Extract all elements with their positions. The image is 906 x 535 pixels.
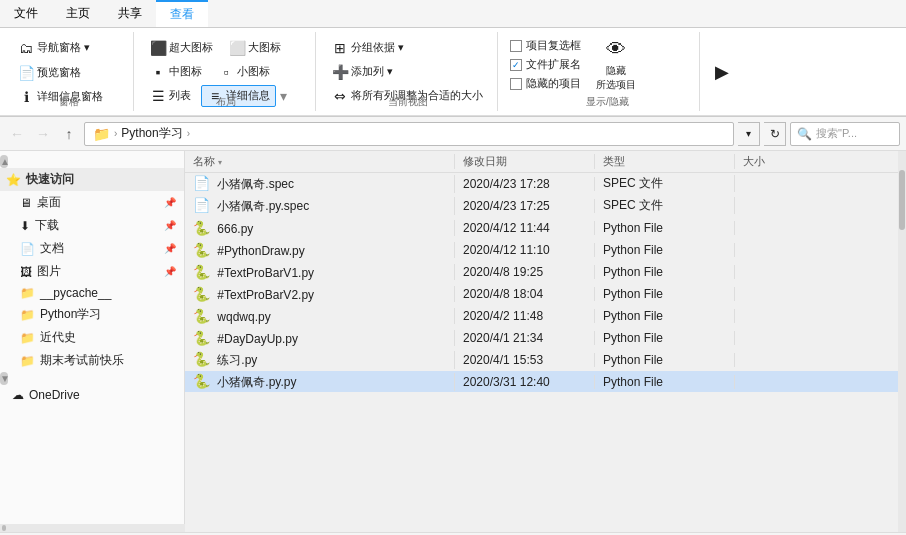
extra-large-icon: ⬛	[150, 40, 166, 56]
file-row-7[interactable]: 🐍 wqdwq.py 2020/4/2 11:48 Python File	[185, 305, 898, 327]
nav-pane-btn[interactable]: 🗂 导航窗格 ▾	[12, 36, 96, 60]
medium-btn[interactable]: ▪ 中图标	[144, 61, 208, 83]
col-size[interactable]: 大小	[735, 154, 815, 169]
file-date-7: 2020/4/2 11:48	[455, 309, 595, 323]
sidebar-item-pycache[interactable]: 📁 __pycache__	[0, 283, 184, 303]
up-btn[interactable]: ↑	[58, 123, 80, 145]
file-name-text-2: 小猪佩奇.py.spec	[217, 199, 309, 213]
onedrive-icon: ☁	[12, 388, 24, 402]
extra-content: ▶	[710, 32, 734, 111]
file-date-6: 2020/4/8 18:04	[455, 287, 595, 301]
extra-large-btn[interactable]: ⬛ 超大图标	[144, 37, 219, 59]
file-name-text-6: #TextProBarV2.py	[217, 288, 314, 302]
col-name-sort: ▾	[218, 158, 222, 167]
item-chk-label: 项目复选框	[526, 38, 581, 53]
file-row-8[interactable]: 🐍 #DayDayUp.py 2020/4/1 21:34 Python Fil…	[185, 327, 898, 349]
file-row-3[interactable]: 🐍 666.py 2020/4/12 11:44 Python File	[185, 217, 898, 239]
file-row-6[interactable]: 🐍 #TextProBarV2.py 2020/4/8 18:04 Python…	[185, 283, 898, 305]
filelist-scrollbar[interactable]	[898, 151, 906, 532]
tab-file[interactable]: 文件	[0, 0, 52, 27]
sidebar-scroll-container: ▲ ⭐ 快速访问 🖥 桌面 📌 ⬇ 下载 📌 📄 文档	[0, 151, 185, 524]
sidebar-scroll-up[interactable]: ▲	[0, 155, 8, 168]
forward-btn[interactable]: →	[32, 123, 54, 145]
file-icon-2: 📄	[193, 197, 210, 213]
sidebar-item-documents[interactable]: 📄 文档 📌	[0, 237, 184, 260]
onedrive-label: OneDrive	[29, 388, 80, 402]
file-name-9: 🐍 练习.py	[185, 351, 455, 369]
file-row-2[interactable]: 📄 小猪佩奇.py.spec 2020/4/23 17:25 SPEC 文件	[185, 195, 898, 217]
large-btn[interactable]: ⬜ 大图标	[223, 37, 287, 59]
sidebar-item-desktop[interactable]: 🖥 桌面 📌	[0, 191, 184, 214]
file-type-9: Python File	[595, 353, 735, 367]
col-type[interactable]: 类型	[595, 154, 735, 169]
tab-home[interactable]: 主页	[52, 0, 104, 27]
item-chk-box[interactable]	[510, 40, 522, 52]
file-name-3: 🐍 666.py	[185, 220, 455, 236]
sidebar-item-pictures[interactable]: 🖼 图片 📌	[0, 260, 184, 283]
file-icon-8: 🐍	[193, 330, 210, 346]
file-name-text-4: #PythonDraw.py	[217, 244, 304, 258]
small-btn[interactable]: ▫ 小图标	[212, 61, 276, 83]
sort-by-btn[interactable]: ⊞ 分组依据 ▾	[326, 37, 410, 59]
search-box[interactable]: 🔍 搜索"P...	[790, 122, 900, 146]
main-area: ▲ ⭐ 快速访问 🖥 桌面 📌 ⬇ 下载 📌 📄 文档	[0, 151, 906, 532]
sidebar-item-python-study[interactable]: 📁 Python学习	[0, 303, 184, 326]
sidebar-item-onedrive[interactable]: ☁ OneDrive	[0, 385, 184, 405]
col-date-label: 修改日期	[463, 155, 507, 167]
hide-selected-btn[interactable]: 👁 隐藏所选项目	[591, 35, 641, 95]
file-row-10[interactable]: 🐍 小猪佩奇.py.py 2020/3/31 12:40 Python File	[185, 371, 898, 393]
file-row-9[interactable]: 🐍 练习.py 2020/4/1 15:53 Python File	[185, 349, 898, 371]
sidebar-item-downloads[interactable]: ⬇ 下载 📌	[0, 214, 184, 237]
hide-selected-label: 隐藏所选项目	[596, 64, 636, 92]
sidebar-hscrollbar[interactable]	[0, 524, 185, 532]
col-date[interactable]: 修改日期	[455, 154, 595, 169]
file-type-4: Python File	[595, 243, 735, 257]
sidebar-scroll-down[interactable]: ▼	[0, 372, 8, 385]
checkboxes-container: 项目复选框 ✓ 文件扩展名 隐藏的项目	[508, 32, 583, 97]
file-row-5[interactable]: 🐍 #TextProBarV1.py 2020/4/8 19:25 Python…	[185, 261, 898, 283]
group-current-view: ⊞ 分组依据 ▾ ➕ 添加列 ▾ ⇔ 将所有列调整为合适的大小 当前视图	[318, 32, 498, 111]
sidebar: ▲ ⭐ 快速访问 🖥 桌面 📌 ⬇ 下载 📌 📄 文档	[0, 151, 185, 524]
nav-refresh-btn[interactable]: ↻	[764, 122, 786, 146]
file-icon-6: 🐍	[193, 286, 210, 302]
col-name-label: 名称	[193, 155, 215, 167]
file-icon-5: 🐍	[193, 264, 210, 280]
nav-pane-icon: 🗂	[18, 40, 34, 56]
nav-path[interactable]: 📁 › Python学习 ›	[84, 122, 734, 146]
back-btn[interactable]: ←	[6, 123, 28, 145]
nav-path-dropdown[interactable]: ▾	[738, 122, 760, 146]
sidebar-item-quick-access[interactable]: ⭐ 快速访问	[0, 168, 184, 191]
file-row-4[interactable]: 🐍 #PythonDraw.py 2020/4/12 11:10 Python …	[185, 239, 898, 261]
file-type-2: SPEC 文件	[595, 197, 735, 214]
col-name[interactable]: 名称 ▾	[185, 154, 455, 169]
sidebar-item-recent-history[interactable]: 📁 近代史	[0, 326, 184, 349]
ext-chk-row[interactable]: ✓ 文件扩展名	[508, 56, 583, 73]
nav-bar: ← → ↑ 📁 › Python学习 › ▾ ↻ 🔍 搜索"P...	[0, 117, 906, 151]
ext-chk-label: 文件扩展名	[526, 57, 581, 72]
file-name-text-3: 666.py	[217, 222, 253, 236]
desktop-label: 桌面	[37, 194, 61, 211]
sidebar-item-exam-folder[interactable]: 📁 期末考试前快乐	[0, 349, 184, 372]
large-label: 大图标	[248, 40, 281, 55]
extra-nav-btn[interactable]: ▶	[710, 56, 734, 88]
tab-share[interactable]: 共享	[104, 0, 156, 27]
sort-by-icon: ⊞	[332, 40, 348, 56]
tab-view[interactable]: 查看	[156, 0, 208, 27]
exam-folder-label: 期末考试前快乐	[40, 352, 124, 369]
downloads-icon: ⬇	[20, 219, 30, 233]
file-date-2: 2020/4/23 17:25	[455, 199, 595, 213]
file-row-1[interactable]: 📄 小猪佩奇.spec 2020/4/23 17:28 SPEC 文件	[185, 173, 898, 195]
hidden-chk-row[interactable]: 隐藏的项目	[508, 75, 583, 92]
ext-chk-box[interactable]: ✓	[510, 59, 522, 71]
file-date-3: 2020/4/12 11:44	[455, 221, 595, 235]
nav-pane-label: 导航窗格 ▾	[37, 40, 90, 55]
panes-label: 窗格	[4, 95, 133, 109]
file-list: 名称 ▾ 修改日期 类型 大小 📄 小猪佩奇.spec 2020/4/23 17…	[185, 151, 898, 532]
preview-pane-btn[interactable]: 📄 预览窗格	[12, 62, 87, 84]
add-col-btn[interactable]: ➕ 添加列 ▾	[326, 61, 399, 83]
downloads-pin: 📌	[164, 220, 176, 231]
item-chk-row[interactable]: 项目复选框	[508, 37, 583, 54]
file-name-5: 🐍 #TextProBarV1.py	[185, 264, 455, 280]
hidden-chk-box[interactable]	[510, 78, 522, 90]
col-type-label: 类型	[603, 155, 625, 167]
